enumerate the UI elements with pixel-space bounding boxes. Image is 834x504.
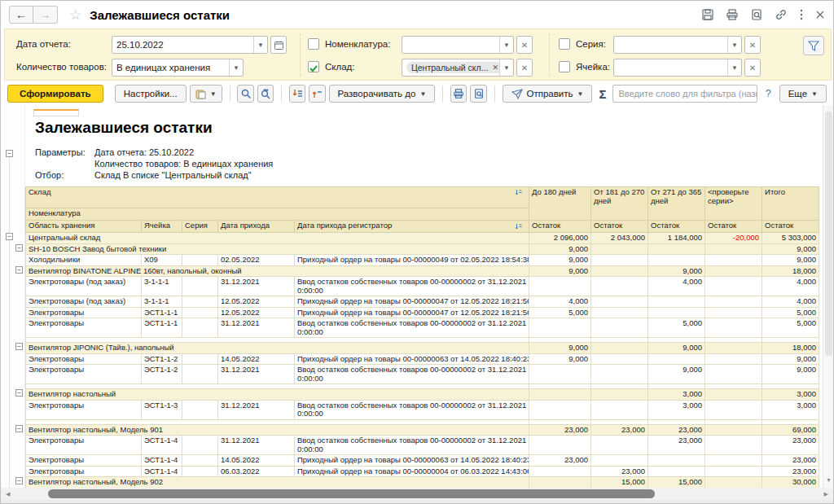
print-button[interactable] (450, 85, 467, 103)
report-cell[interactable]: X09 (142, 255, 182, 266)
report-cell[interactable] (529, 477, 591, 489)
horizontal-scrollbar-thumb[interactable] (48, 489, 655, 498)
group-name-cell[interactable]: SH-10 BOSCH Завод бытовой техники (26, 243, 529, 255)
group-row[interactable]: Вентилятор BINATONE ALPINE 160вт, наполь… (26, 265, 819, 277)
report-cell[interactable]: 9,000 (762, 255, 819, 266)
nomenclature-clear-button[interactable]: ✕ (516, 36, 533, 54)
report-cell[interactable]: Электротовары (26, 400, 142, 419)
report-cell[interactable]: 2 043,000 (591, 233, 648, 244)
report-cell[interactable]: 14.05.2022 (218, 455, 295, 467)
report-cell[interactable] (591, 353, 648, 365)
report-cell[interactable]: 12.05.2022 (218, 307, 295, 318)
table-row[interactable]: ЭлектротоварыЭСТ1-1-112.05.2022Приходный… (26, 307, 819, 318)
report-cell[interactable]: 4,000 (762, 296, 819, 308)
table-row[interactable]: ЭлектротоварыЭСТ1-1-331.12.2021Ввод оста… (26, 400, 819, 419)
report-cell[interactable]: 23,000 (529, 455, 591, 467)
report-cell[interactable]: 23,000 (591, 466, 648, 477)
report-cell[interactable] (591, 265, 648, 277)
report-cell[interactable]: 06.03.2022 (218, 466, 295, 477)
header-date[interactable]: Дата прихода (218, 221, 295, 233)
header-series[interactable]: Серия (182, 221, 218, 233)
report-cell[interactable]: 23,000 (591, 424, 648, 436)
group-row[interactable]: SH-10 BOSCH Завод бытовой техники9,0009,… (26, 243, 819, 255)
expand-groups-button[interactable] (289, 85, 305, 103)
report-cell[interactable]: 31.12.2021 (218, 277, 295, 296)
report-cell[interactable]: Ввод остатков собственных товаров 00-000… (295, 277, 529, 296)
report-cell[interactable]: ЭСТ1-1-4 (142, 466, 182, 477)
report-cell[interactable]: 14.05.2022 (218, 353, 295, 365)
nomenclature-input[interactable]: ▼ (402, 36, 514, 54)
report-cell[interactable]: 4,000 (648, 277, 705, 296)
report-cell[interactable] (591, 296, 648, 308)
report-cell[interactable]: Электротовары (26, 318, 142, 338)
group-row[interactable]: Вентилятор настольный3,0003,000 (26, 389, 819, 401)
report-cell[interactable]: 23,000 (648, 436, 705, 455)
report-cell[interactable] (182, 365, 218, 384)
report-cell[interactable] (182, 318, 218, 338)
cell-clear-button[interactable]: ✕ (744, 59, 761, 77)
report-cell[interactable] (705, 243, 762, 255)
report-cell[interactable]: ЭСТ1-1-2 (142, 365, 182, 384)
report-cell[interactable]: Ввод остатков собственных товаров 00-000… (295, 365, 529, 384)
table-row[interactable]: ЭлектротоварыЭСТ1-1-214.05.2022Приходный… (26, 353, 819, 365)
report-cell[interactable] (591, 343, 648, 354)
forward-button[interactable]: → (33, 6, 58, 24)
report-cell[interactable] (591, 307, 648, 318)
group-expander[interactable]: − (15, 266, 23, 274)
link-icon[interactable] (775, 8, 788, 21)
sort-icon[interactable] (515, 223, 522, 230)
report-cell[interactable]: Электротовары (под заказ) (26, 277, 142, 296)
report-cell[interactable]: ЭСТ1-1-4 (142, 436, 182, 455)
report-cell[interactable] (591, 455, 648, 467)
report-cell[interactable]: Электротовары (26, 466, 142, 477)
report-cell[interactable] (591, 436, 648, 455)
qty-select[interactable]: В единицах хранения ▼ (112, 59, 244, 77)
report-cell[interactable] (591, 277, 648, 296)
series-input[interactable]: ▼ (613, 36, 742, 54)
chevron-down-icon[interactable]: ▼ (727, 59, 741, 76)
sum-button[interactable]: Σ (599, 87, 606, 101)
group-row[interactable]: Вентилятор настольный, Модель 90215,0001… (26, 477, 819, 489)
report-cell[interactable] (705, 353, 762, 365)
report-cell[interactable] (529, 365, 591, 384)
cancel-search-button[interactable] (257, 85, 274, 103)
report-cell[interactable]: Приходный ордер на товары 00-00000047 от… (295, 296, 529, 308)
report-cell[interactable]: 4,000 (762, 277, 819, 296)
report-cell[interactable] (705, 277, 762, 296)
report-cell[interactable] (648, 353, 705, 365)
report-cell[interactable]: 9,000 (648, 365, 705, 384)
vertical-scrollbar[interactable]: ▼ (823, 105, 833, 488)
more-button[interactable]: Еще▼ (779, 85, 827, 103)
report-cell[interactable] (591, 389, 648, 401)
report-cell[interactable] (648, 455, 705, 467)
report-cell[interactable] (182, 436, 218, 455)
report-cell[interactable] (705, 466, 762, 477)
report-cell[interactable]: Приходный ордер на товары 00-00000047 от… (295, 307, 529, 318)
report-cell[interactable] (182, 353, 218, 365)
report-cell[interactable]: 23,000 (762, 436, 819, 455)
report-cell[interactable] (705, 296, 762, 308)
report-cell[interactable]: ЭСТ1-1-3 (142, 400, 182, 419)
report-cell[interactable]: 23,000 (529, 424, 591, 436)
table-row[interactable]: Электротовары (под заказ)3-1-1-131.12.20… (26, 277, 819, 296)
report-cell[interactable] (648, 255, 705, 266)
report-cell[interactable] (182, 307, 218, 318)
header-total[interactable]: Итого (762, 187, 819, 221)
warehouse-checkbox[interactable] (308, 61, 319, 72)
more-icon[interactable] (799, 8, 804, 21)
report-cell[interactable] (705, 455, 762, 467)
report-cell[interactable]: 9,000 (648, 343, 705, 354)
group-expander[interactable]: − (6, 233, 13, 240)
report-cell[interactable]: ЭСТ1-1-1 (142, 307, 182, 318)
table-row[interactable]: ЭлектротоварыЭСТ1-1-406.03.2022Приходный… (26, 466, 819, 477)
group-name-cell[interactable]: Вентилятор настольный, Модель 901 (26, 424, 529, 436)
report-cell[interactable] (529, 389, 591, 401)
chevron-down-icon[interactable]: ▼ (253, 37, 267, 53)
group-name-cell[interactable]: Вентилятор настольный, Модель 902 (26, 477, 529, 489)
report-cell[interactable] (529, 400, 591, 419)
group-name-cell[interactable]: Центральный склад (26, 233, 529, 244)
generate-button[interactable]: Сформировать (7, 85, 103, 103)
report-cell[interactable] (529, 277, 591, 296)
sort-icon[interactable] (515, 189, 522, 196)
header-rest[interactable]: Остаток (705, 221, 762, 233)
